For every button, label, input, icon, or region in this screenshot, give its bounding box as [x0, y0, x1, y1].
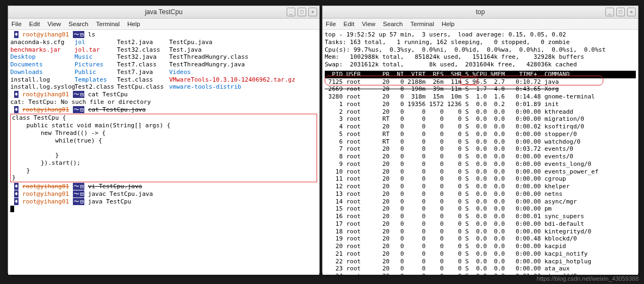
ls-entry: install.log — [10, 76, 75, 84]
process-row: 8 root 20 0 0 0 0 S 0.0 0.0 0:00.00 even… — [325, 153, 636, 160]
process-row: 7125 root 20 0 2188m 26m 11m S 96.5 2.7 … — [325, 78, 636, 86]
top-tasks-line: Tasks: 163 total, 1 running, 162 sleepin… — [325, 39, 636, 46]
titlebar-right[interactable]: top _ □ × — [323, 6, 638, 18]
prompt-line: ♦ root@yihang01 〜⊟ ls — [10, 31, 317, 39]
process-row: 15 root 20 0 0 0 0 S 0.0 0.0 0:00.00 pm — [325, 205, 636, 213]
ls-entry: Test32.java — [117, 53, 169, 61]
menu-help[interactable]: Help — [127, 21, 140, 27]
top-process-table: 7125 root 20 0 2188m 26m 11m S 96.5 2.7 … — [325, 78, 636, 275]
code-line: } — [12, 152, 315, 159]
menu-view[interactable]: View — [362, 21, 375, 27]
process-row: 11 root 20 0 0 0 0 S 0.0 0.0 0:00.00 cgr… — [325, 175, 636, 183]
process-row: 5 root RT 0 0 0 0 S 0.0 0.0 0:00.00 stop… — [325, 131, 636, 138]
code-line: } — [12, 174, 315, 182]
prompt-line: ♦ root@yihang01 〜⊟ cat TestCpu — [10, 91, 317, 98]
top-mem-line: Mem: 1002988k total, 851824k used, 15116… — [325, 53, 636, 61]
ls-entry: Test7.class — [117, 61, 169, 69]
menu-terminal[interactable]: Terminal — [96, 21, 120, 27]
menubar-left: File Edit View Search Terminal Help — [8, 18, 319, 30]
process-row: 6 root RT 0 0 0 0 S 0.0 0.0 0:00.00 watc… — [325, 138, 636, 146]
code-line: while(true) { — [12, 137, 315, 145]
ls-entry: Public — [75, 69, 117, 76]
ls-entry: TestThreadHungry.class — [169, 53, 317, 61]
ls-entry: jol — [75, 39, 117, 46]
ls-entry: Test2.class — [75, 83, 117, 91]
minimize-button[interactable]: _ — [605, 8, 614, 16]
menubar-right: File Edit View Search Terminal Help — [323, 18, 638, 30]
code-line: public static void main(String[] args) { — [12, 122, 315, 129]
code-line: class TestCpu { — [12, 114, 315, 122]
ls-entry: anaconda-ks.cfg — [10, 39, 75, 46]
close-button[interactable]: × — [308, 8, 317, 16]
process-row: 12 root 20 0 0 0 0 S 0.0 0.0 0:00.00 khe… — [325, 183, 636, 190]
top-cpu-line: Cpu(s): 99.7%us, 0.3%sy, 0.0%ni, 0.0%id,… — [325, 46, 636, 54]
ls-entry: VMwareTools-10.3.10-12406962.tar.gz — [169, 76, 317, 84]
terminal-window-left: java TestCpu _ □ × File Edit View Search… — [8, 5, 320, 273]
process-row: 20 root 20 0 0 0 0 S 0.0 0.0 0:00.00 kac… — [325, 243, 636, 250]
process-row: 10 root 20 0 0 0 0 S 0.0 0.0 0:00.00 eve… — [325, 168, 636, 176]
ls-output: anaconda-ks.cfgjolTest2.javaTestCpu.java… — [10, 39, 317, 91]
ls-entry: Downloads — [10, 69, 75, 76]
top-summary-line: top - 19:52:52 up 57 min, 3 users, load … — [325, 31, 636, 39]
process-row: 19 root 20 0 0 0 0 S 0.0 0.0 0:00.48 kbl… — [325, 235, 636, 243]
process-row: 23 root 20 0 0 0 0 S 0.0 0.0 0:00.00 ata… — [325, 265, 636, 273]
ls-entry: Test32.class — [117, 46, 169, 54]
ls-entry: benchmarks.jar — [10, 46, 75, 54]
maximize-button[interactable]: □ — [616, 8, 625, 16]
menu-file[interactable]: File — [326, 21, 336, 27]
process-row: 17 root 20 0 0 0 0 S 0.0 0.0 0:00.00 bdi… — [325, 220, 636, 228]
process-row: 4 root 20 0 0 0 0 S 0.0 0.0 0:00.02 ksof… — [325, 123, 636, 131]
ls-entry: Test7.java — [117, 69, 169, 76]
menu-search[interactable]: Search — [383, 21, 403, 27]
top-swap-line: Swap: 2031612k total, 8k used, 2031604k … — [325, 61, 636, 69]
code-line: } — [12, 167, 315, 175]
close-button[interactable]: × — [627, 8, 636, 16]
ls-entry: Documents — [10, 61, 75, 69]
process-row: 22 root 20 0 0 0 0 S 0.0 0.0 0:00.00 kac… — [325, 258, 636, 266]
ls-entry: jol.tar — [75, 46, 117, 54]
process-row: 18 root 20 0 0 0 0 S 0.0 0.0 0:00.00 kin… — [325, 228, 636, 236]
titlebar-left[interactable]: java TestCpu _ □ × — [8, 6, 319, 18]
code-line: }).start(); — [12, 159, 315, 167]
minimize-button[interactable]: _ — [287, 8, 295, 16]
process-row: 13 root 20 0 0 0 0 S 0.0 0.0 0:00.00 net… — [325, 190, 636, 198]
maximize-button[interactable]: □ — [298, 8, 306, 16]
ls-entry: Test.java — [169, 46, 317, 54]
ls-entry: TestThreadHungry.java — [169, 61, 317, 69]
process-row: 21 root 20 0 0 0 0 S 0.0 0.0 0:00.00 kac… — [325, 250, 636, 258]
window-title: java TestCpu — [145, 8, 182, 16]
menu-search[interactable]: Search — [69, 21, 88, 27]
process-row: 3280 root 20 0 318m 15m 10m S 1.0 1.6 0:… — [325, 93, 636, 101]
code-line: new Thread(() -> { — [12, 129, 315, 137]
ls-entry: install.log.syslog — [10, 83, 75, 91]
top-columns-header: PID USER PR NI VIRT RES SHR S %CPU %MEM … — [325, 71, 636, 78]
code-line — [12, 144, 315, 152]
menu-terminal[interactable]: Terminal — [411, 21, 434, 27]
ls-entry: Videos — [169, 69, 317, 76]
ls-entry: Pictures — [75, 61, 117, 69]
process-row: 14 root 20 0 0 0 0 S 0.0 0.0 0:00.00 asy… — [325, 198, 636, 206]
ls-entry: Test.class — [117, 76, 169, 84]
ls-entry: Templates — [75, 76, 117, 84]
process-row: 1 root 20 0 19356 1572 1236 S 0.0 0.2 0:… — [325, 101, 636, 108]
terminal-body-right[interactable]: top - 19:52:52 up 57 min, 3 users, load … — [323, 30, 638, 275]
process-row: 2669 root 20 0 190m 39m 11m S 1.7 4.0 0:… — [325, 85, 636, 93]
cursor — [10, 205, 317, 213]
menu-edit[interactable]: Edit — [344, 21, 355, 27]
menu-help[interactable]: Help — [442, 21, 455, 27]
terminal-body-left[interactable]: ♦ root@yihang01 〜⊟ ls anaconda-ks.cfgjol… — [8, 30, 319, 275]
ls-entry: Desktop — [10, 53, 75, 61]
prompt-line: ♦ root@yihang01 〜⊟ javac TestCpu.java — [10, 190, 317, 198]
ls-entry: TestCpu.java — [169, 39, 317, 46]
menu-edit[interactable]: Edit — [29, 21, 40, 27]
menu-view[interactable]: View — [47, 21, 61, 27]
process-row: 3 root RT 0 0 0 0 S 0.0 0.0 0:00.00 migr… — [325, 115, 636, 123]
process-row: 2 root 20 0 0 0 0 S 0.0 0.0 0:00.00 kthr… — [325, 108, 636, 116]
prompt-line: ♦ root@yihang01 〜⊟ java TestCpu — [10, 198, 317, 206]
menu-file[interactable]: File — [11, 21, 22, 27]
source-code-box: class TestCpu { public static void main(… — [10, 114, 317, 182]
process-row: 24 root 20 0 0 0 0 S 0.0 0.0 0:01.02 ata… — [325, 273, 636, 275]
ls-entry: Music — [75, 53, 117, 61]
ls-entry: TestCpu.class — [117, 83, 169, 91]
process-row: 9 root 20 0 0 0 0 S 0.0 0.0 0:00.00 even… — [325, 160, 636, 168]
